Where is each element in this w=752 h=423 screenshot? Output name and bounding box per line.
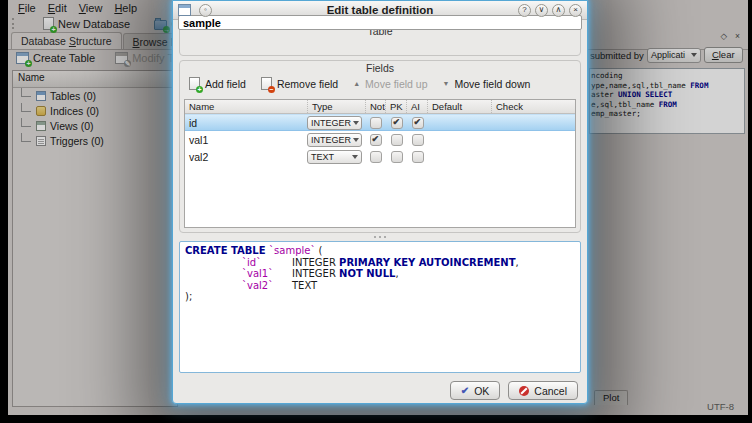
field-name: val1 bbox=[185, 134, 307, 146]
column-header-type[interactable]: Type bbox=[307, 100, 365, 113]
type-combo[interactable]: INTEGER bbox=[307, 116, 362, 130]
tree-item-label: Views (0) bbox=[50, 120, 94, 132]
menu-item-help[interactable]: Help bbox=[108, 2, 143, 14]
clear-log-button[interactable]: Clear bbox=[704, 47, 743, 63]
tree-item-tables[interactable]: Tables (0) bbox=[13, 88, 177, 103]
chevron-down-icon bbox=[353, 138, 359, 142]
minimize-button[interactable]: ∨ bbox=[535, 4, 548, 17]
modify-table-icon: ✎ bbox=[115, 52, 128, 64]
tree-items: Tables (0)Indices (0)Views (0)Triggers (… bbox=[13, 88, 177, 148]
create-table-icon: + bbox=[16, 52, 29, 64]
dock-float-icon[interactable]: ◇ bbox=[720, 31, 727, 41]
cancel-icon bbox=[519, 386, 529, 396]
chevron-down-icon bbox=[691, 53, 697, 57]
tree-branch-line bbox=[21, 103, 31, 112]
remove-field-button[interactable]: − Remove field bbox=[258, 76, 341, 91]
create-table-button[interactable]: + Create Table bbox=[16, 52, 95, 64]
move-field-up-button[interactable]: ▲ Move field up bbox=[350, 77, 430, 91]
type-combo[interactable]: TEXT bbox=[307, 150, 362, 164]
column-header-name[interactable]: Name bbox=[185, 100, 307, 113]
type-combo-value: INTEGER bbox=[311, 135, 351, 145]
help-button[interactable]: ? bbox=[518, 4, 531, 17]
toolbar-handle[interactable] bbox=[12, 18, 17, 29]
structure-toolbar: + Create Table ✎ Modify Table bbox=[16, 52, 194, 64]
dialog-buttons: ✔ OK Cancel bbox=[450, 381, 578, 400]
sql-preview[interactable]: CREATE TABLE `sample` (`id`INTEGER PRIMA… bbox=[179, 241, 581, 373]
notnull-checkbox[interactable] bbox=[370, 151, 382, 163]
pk-checkbox[interactable] bbox=[391, 134, 403, 146]
log-source-select[interactable]: Applicati bbox=[647, 48, 701, 63]
tab-plot[interactable]: Plot bbox=[594, 390, 628, 405]
fields-group: Fields + Add field − Remove field ▲ Move… bbox=[179, 60, 581, 233]
new-database-label: New Database bbox=[58, 18, 130, 30]
add-field-button[interactable]: + Add field bbox=[186, 76, 249, 91]
check-icon: ✔ bbox=[461, 385, 469, 396]
column-header-ai[interactable]: AI bbox=[406, 100, 427, 113]
close-button[interactable]: × bbox=[569, 4, 582, 17]
type-combo[interactable]: INTEGER bbox=[307, 133, 362, 147]
type-combo-value: INTEGER bbox=[311, 118, 351, 128]
move-field-up-label: Move field up bbox=[365, 78, 427, 90]
fields-toolbar: + Add field − Remove field ▲ Move field … bbox=[186, 76, 576, 91]
field-row-id[interactable]: idINTEGER bbox=[185, 114, 575, 131]
new-database-icon: + bbox=[43, 17, 54, 30]
open-database-icon: → bbox=[154, 20, 167, 30]
menu-item-file[interactable]: File bbox=[12, 2, 42, 14]
type-combo-value: TEXT bbox=[311, 152, 334, 162]
notnull-checkbox[interactable] bbox=[370, 117, 382, 129]
schema-tree: Name Tables (0)Indices (0)Views (0)Trigg… bbox=[12, 70, 178, 407]
log-source-value: Applicati bbox=[651, 50, 685, 60]
create-table-label: Create Table bbox=[33, 52, 95, 64]
tree-branch-line bbox=[21, 118, 31, 127]
cancel-label: Cancel bbox=[534, 385, 567, 397]
sql-preview-code: CREATE TABLE `sample` (`id`INTEGER PRIMA… bbox=[185, 245, 575, 303]
tree-branch-line bbox=[21, 88, 31, 97]
submitted-by-label: submitted by bbox=[590, 50, 644, 61]
chevron-down-icon bbox=[353, 121, 359, 125]
tree-item-indices[interactable]: Indices (0) bbox=[13, 103, 177, 118]
splitter-handle[interactable] bbox=[173, 234, 587, 240]
maximize-button[interactable]: ∧ bbox=[552, 4, 565, 17]
new-database-button[interactable]: + New Database bbox=[43, 17, 130, 30]
table-name-input[interactable] bbox=[178, 15, 582, 30]
column-header-not[interactable]: Not bbox=[365, 100, 385, 113]
pk-checkbox[interactable] bbox=[391, 151, 403, 163]
view-icon bbox=[36, 121, 46, 131]
fields-group-title: Fields bbox=[180, 62, 580, 74]
log-filter-row: submitted by Applicati Clear bbox=[590, 47, 744, 63]
tree-header[interactable]: Name bbox=[13, 71, 177, 88]
move-field-down-button[interactable]: ▼ Move field down bbox=[440, 77, 534, 91]
field-name: id bbox=[185, 117, 307, 129]
column-header-check[interactable]: Check bbox=[491, 100, 575, 113]
pk-checkbox[interactable] bbox=[391, 117, 403, 129]
tab-database-structure[interactable]: Database Structure bbox=[11, 32, 122, 49]
cancel-button[interactable]: Cancel bbox=[508, 381, 578, 400]
trigger-icon bbox=[36, 136, 46, 146]
type-cell: INTEGER bbox=[307, 133, 365, 147]
menu-item-edit[interactable]: Edit bbox=[42, 2, 73, 14]
titlebar-left: ◦ bbox=[178, 4, 212, 17]
ai-checkbox[interactable] bbox=[412, 151, 424, 163]
field-row-val1[interactable]: val1INTEGER bbox=[185, 131, 575, 148]
menu-item-view[interactable]: View bbox=[73, 2, 109, 14]
titlebar-menu-button[interactable]: ◦ bbox=[199, 4, 212, 17]
sql-log-text[interactable]: ncodingype,name,sql,tbl_name FROMaster U… bbox=[589, 68, 745, 134]
tree-item-label: Tables (0) bbox=[50, 90, 96, 102]
dialog-titlebar-buttons: ?∨∧× bbox=[514, 4, 582, 17]
field-name: val2 bbox=[185, 151, 307, 163]
move-field-down-label: Move field down bbox=[454, 78, 530, 90]
tree-item-views[interactable]: Views (0) bbox=[13, 118, 177, 133]
field-row-val2[interactable]: val2TEXT bbox=[185, 148, 575, 165]
dock-buttons: ◇ × bbox=[720, 31, 740, 41]
column-header-default[interactable]: Default bbox=[427, 100, 491, 113]
ai-checkbox[interactable] bbox=[412, 134, 424, 146]
edit-table-dialog: Edit table definition ◦ ?∨∧× Table Field… bbox=[172, 0, 588, 404]
column-header-pk[interactable]: PK bbox=[385, 100, 406, 113]
dock-close-icon[interactable]: × bbox=[735, 31, 740, 41]
ok-button[interactable]: ✔ OK bbox=[450, 381, 501, 400]
add-field-icon: + bbox=[189, 77, 200, 90]
notnull-checkbox[interactable] bbox=[370, 134, 382, 146]
ai-checkbox[interactable] bbox=[412, 117, 424, 129]
tree-item-triggers[interactable]: Triggers (0) bbox=[13, 133, 177, 148]
arrow-down-icon: ▼ bbox=[443, 80, 450, 87]
